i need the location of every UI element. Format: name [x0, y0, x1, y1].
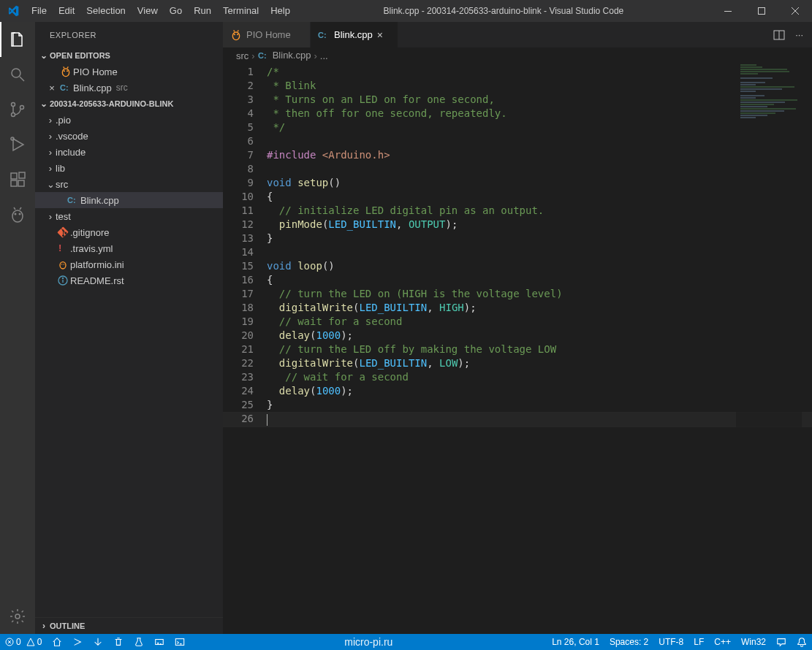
minimap[interactable] — [736, 64, 802, 634]
menu-file[interactable]: File — [26, 0, 53, 22]
status-eol[interactable]: LF — [688, 634, 709, 650]
svg-point-4 — [12, 113, 15, 117]
svg-rect-0 — [724, 11, 732, 12]
breadcrumb[interactable]: src›C:Blink.cpp›... — [223, 47, 812, 64]
vscode-logo-icon — [0, 5, 26, 17]
status-platform[interactable]: Win32 — [736, 634, 771, 650]
menu-selection[interactable]: Selection — [80, 0, 131, 22]
svg-point-16 — [64, 70, 65, 72]
status-indent[interactable]: Spaces: 2 — [604, 634, 653, 650]
svg-point-28 — [237, 34, 238, 35]
svg-point-27 — [234, 34, 235, 35]
source-control-tab-icon[interactable] — [0, 92, 35, 127]
pio-build-icon[interactable] — [67, 634, 88, 650]
settings-gear-icon[interactable] — [0, 599, 35, 634]
window-controls — [711, 0, 812, 22]
svg-text:!: ! — [58, 242, 61, 253]
open-editor-item[interactable]: PIO Home — [35, 64, 223, 80]
svg-rect-33 — [156, 640, 164, 645]
svg-rect-10 — [19, 172, 25, 178]
folder-lib[interactable]: ›lib — [35, 160, 223, 176]
svg-point-12 — [15, 213, 17, 215]
more-actions-icon[interactable]: ··· — [795, 29, 803, 40]
pio-upload-icon[interactable] — [88, 634, 108, 650]
open-editor-item[interactable]: ×C:Blink.cppsrc — [35, 80, 223, 96]
file-item[interactable]: !.travis.yml — [35, 240, 223, 256]
menu-edit[interactable]: Edit — [53, 0, 80, 22]
pio-clean-icon[interactable] — [108, 634, 129, 650]
svg-rect-8 — [11, 180, 17, 186]
svg-point-17 — [67, 70, 68, 72]
folder-include[interactable]: ›include — [35, 144, 223, 160]
status-cursor-position[interactable]: Ln 26, Col 1 — [547, 634, 604, 650]
svg-point-5 — [20, 106, 24, 110]
folder-.vscode[interactable]: ›.vscode — [35, 128, 223, 144]
run-debug-tab-icon[interactable] — [0, 127, 35, 162]
svg-rect-1 — [759, 8, 765, 15]
svg-point-11 — [12, 210, 23, 222]
editor-tab[interactable]: C:Blink.cpp× — [311, 22, 398, 47]
menu-help[interactable]: Help — [265, 0, 296, 22]
svg-text:C:: C: — [67, 196, 76, 204]
status-language[interactable]: C++ — [709, 634, 736, 650]
titlebar: FileEditSelectionViewGoRunTerminalHelp B… — [0, 0, 812, 22]
status-encoding[interactable]: UTF-8 — [653, 634, 688, 650]
svg-rect-7 — [11, 173, 17, 179]
pio-terminal-icon[interactable] — [170, 634, 190, 650]
menu-run[interactable]: Run — [188, 0, 217, 22]
split-editor-icon[interactable] — [773, 29, 785, 41]
platformio-tab-icon[interactable] — [0, 197, 35, 232]
sidebar: EXPLORER ⌄ OPEN EDITORS PIO Home×C:Blink… — [35, 22, 223, 634]
menu-view[interactable]: View — [132, 0, 164, 22]
svg-text:C:: C: — [258, 51, 267, 60]
statusbar: 0 0 micro-pi.ru Ln 26, Col 1 Spaces: 2 U… — [0, 634, 812, 650]
svg-point-21 — [60, 262, 66, 269]
folder-test[interactable]: ›test — [35, 208, 223, 224]
extensions-tab-icon[interactable] — [0, 162, 35, 197]
pio-home-icon[interactable] — [47, 634, 67, 650]
editor-tab[interactable]: PIO Home — [223, 22, 311, 47]
outline-header[interactable]: › OUTLINE — [35, 618, 223, 634]
chevron-right-icon: › — [38, 621, 50, 631]
svg-point-22 — [61, 264, 62, 264]
menu-go[interactable]: Go — [164, 0, 188, 22]
pio-serial-icon[interactable] — [149, 634, 170, 650]
close-tab-icon[interactable]: × — [377, 29, 383, 41]
sidebar-title: EXPLORER — [35, 22, 223, 47]
notifications-icon[interactable] — [792, 634, 812, 650]
svg-text:C:: C: — [60, 83, 69, 92]
open-editors-header[interactable]: ⌄ OPEN EDITORS — [35, 47, 223, 64]
svg-point-15 — [62, 69, 69, 77]
pio-test-icon[interactable] — [129, 634, 149, 650]
explorer-tab-icon[interactable] — [0, 22, 35, 57]
file-item[interactable]: README.rst — [35, 272, 223, 288]
maximize-button[interactable] — [745, 0, 778, 22]
chevron-down-icon: ⌄ — [38, 50, 50, 61]
folder-.pio[interactable]: ›.pio — [35, 112, 223, 128]
breadcrumb-segment[interactable]: C:Blink.cpp — [258, 50, 311, 62]
svg-point-6 — [11, 137, 14, 140]
editor-area: PIO HomeC:Blink.cpp× ··· src›C:Blink.cpp… — [223, 22, 812, 634]
close-button[interactable] — [778, 0, 812, 22]
breadcrumb-segment[interactable]: ... — [320, 50, 328, 61]
folder-src[interactable]: ⌄src — [35, 176, 223, 192]
svg-point-25 — [63, 278, 64, 279]
breadcrumb-segment[interactable]: src — [236, 50, 248, 61]
svg-text:C:: C: — [318, 31, 327, 39]
text-editor[interactable]: 1234567891011121314151617181920212223242… — [223, 64, 812, 634]
project-header[interactable]: ⌄ 200314-205633-ARDUINO-BLINK — [35, 96, 223, 112]
chevron-down-icon: ⌄ — [38, 99, 50, 109]
svg-point-2 — [12, 69, 20, 77]
menu-terminal[interactable]: Terminal — [217, 0, 265, 22]
search-tab-icon[interactable] — [0, 57, 35, 92]
svg-point-13 — [19, 213, 21, 215]
svg-point-14 — [15, 614, 20, 619]
svg-point-26 — [232, 32, 239, 40]
file-item[interactable]: .gitignore — [35, 224, 223, 240]
feedback-icon[interactable] — [771, 634, 792, 650]
svg-point-23 — [64, 264, 64, 264]
file-item[interactable]: platformio.ini — [35, 256, 223, 272]
file-item[interactable]: C:Blink.cpp — [35, 192, 223, 208]
minimize-button[interactable] — [711, 0, 745, 22]
status-errors[interactable]: 0 0 — [0, 634, 47, 650]
